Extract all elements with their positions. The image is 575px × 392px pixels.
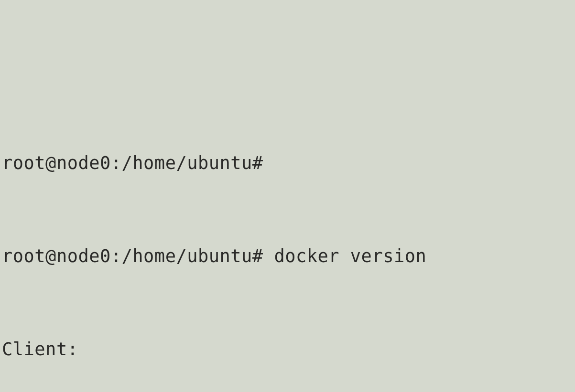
client-section-header: Client: bbox=[2, 338, 573, 361]
terminal-output[interactable]: root@node0:/home/ubuntu# root@node0:/hom… bbox=[0, 93, 575, 392]
previous-prompt: root@node0:/home/ubuntu# bbox=[2, 153, 263, 173]
command-line: root@node0:/home/ubuntu# docker version bbox=[2, 245, 573, 268]
typed-command: docker version bbox=[274, 245, 426, 268]
previous-prompt-line: root@node0:/home/ubuntu# bbox=[2, 152, 573, 175]
shell-prompt: root@node0:/home/ubuntu# bbox=[2, 245, 263, 268]
